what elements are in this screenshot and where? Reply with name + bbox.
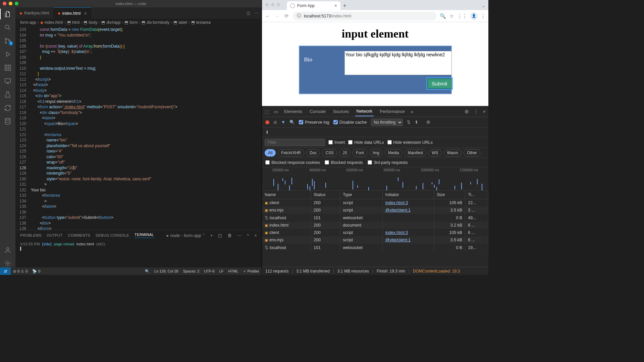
remote-icon[interactable] [4, 77, 12, 85]
maximize-icon[interactable]: ^ [247, 233, 249, 238]
menu-icon[interactable]: ⋮ [481, 13, 486, 19]
blocked-requests-checkbox[interactable]: Blocked requests [325, 160, 363, 165]
hide-data-urls-checkbox[interactable]: Hide data URLs [348, 140, 384, 145]
gear-icon[interactable]: ⚙ [465, 109, 469, 114]
device-icon[interactable]: ▭ [274, 109, 278, 114]
panel-tab-debug[interactable]: DEBUG CONSOLE [96, 233, 129, 237]
type-chip-media[interactable]: Media [385, 149, 402, 157]
export-icon[interactable]: ⬇ [265, 130, 269, 135]
more-icon[interactable]: ⋯ [237, 233, 241, 238]
chevron-down-icon[interactable]: ⌄ [482, 3, 485, 8]
bookmark-icon[interactable]: ☆ [449, 13, 454, 19]
search-icon[interactable]: 🔍 [289, 120, 295, 125]
type-chip-fetchxhr[interactable]: Fetch/XHR [278, 149, 304, 157]
browser-tab[interactable]: Form App × [287, 1, 340, 10]
more-tabs-icon[interactable]: » [411, 109, 414, 114]
record-button[interactable] [265, 120, 269, 124]
refresh-icon[interactable] [4, 104, 12, 112]
type-chip-font[interactable]: Font [353, 149, 367, 157]
database-icon[interactable] [4, 117, 12, 125]
type-chip-other[interactable]: Other [464, 149, 480, 157]
settings-icon[interactable] [4, 259, 12, 267]
table-row[interactable]: ▣index.html200document3.2 kB6 ... [262, 222, 488, 229]
filter-icon[interactable]: ▼ [281, 120, 285, 125]
network-timeline[interactable]: 200000 ms400000 ms600000 ms800000 ms1000… [262, 167, 488, 191]
search-icon[interactable] [4, 23, 12, 32]
zoom-icon[interactable]: 🔍 [440, 13, 446, 19]
profile-icon[interactable]: 👤 [471, 13, 477, 19]
tab-index[interactable]: ◆index.html× [54, 7, 91, 19]
upload-icon[interactable]: ⇅ [407, 120, 411, 125]
account-icon[interactable] [4, 246, 12, 254]
table-row[interactable]: ⇅localhost101websocket0 B19... [262, 244, 488, 251]
disable-cache-checkbox[interactable]: Disable cache [333, 120, 367, 125]
type-chip-css[interactable]: CSS [322, 149, 337, 157]
explorer-icon[interactable] [4, 10, 12, 18]
throttling-select[interactable]: No throttling [371, 119, 403, 126]
clear-button[interactable]: ⊘ [273, 120, 277, 125]
status-spaces[interactable]: Spaces: 2 [181, 269, 202, 273]
status-lang[interactable]: HTML [226, 269, 241, 273]
code-editor[interactable]: 1031041051061071081091101111121131141151… [15, 26, 262, 230]
panel-tab-problems[interactable]: PROBLEMS [20, 233, 42, 237]
third-party-checkbox[interactable]: 3rd-party requests [368, 160, 408, 165]
network-table[interactable]: NameStatusTypeInitiatorSizeTi... ▣client… [262, 191, 488, 267]
type-chip-wasm[interactable]: Wasm [444, 149, 462, 157]
type-chip-doc[interactable]: Doc [306, 149, 320, 157]
trash-icon[interactable]: 🗑 [227, 233, 232, 238]
tab-performance[interactable]: Performance [378, 107, 406, 116]
close-panel-icon[interactable]: × [254, 233, 257, 238]
more-icon[interactable]: ⋯ [254, 11, 258, 15]
forward-button[interactable]: → [274, 13, 280, 19]
status-encoding[interactable]: UTF-8 [202, 269, 217, 273]
invert-checkbox[interactable]: Invert [328, 140, 345, 145]
new-tab-button[interactable]: + [343, 3, 346, 9]
reload-button[interactable]: ⟳ [283, 13, 289, 19]
type-chip-js[interactable]: JS [339, 149, 351, 157]
remote-indicator[interactable]: ⇄ [0, 267, 11, 275]
bio-textarea[interactable] [344, 51, 452, 75]
type-chip-all[interactable]: All [265, 149, 276, 157]
address-bar[interactable]: ⓘ localhost:5173/index.html [293, 12, 436, 20]
tab-console[interactable]: Console [308, 107, 327, 116]
type-chip-manifest[interactable]: Manifest [405, 149, 426, 157]
panel-tab-output[interactable]: OUTPUT [47, 233, 63, 237]
breadcrumb[interactable]: form-app› ◆ index.html› ⬒ html› ⬒ body› … [15, 19, 262, 26]
table-row[interactable]: ▣env.mjs200script@vite/client:13.5 kB3 .… [262, 206, 488, 214]
settings-icon[interactable]: ⚙ [426, 120, 430, 125]
status-cursor[interactable]: Ln 128, Col 28 [152, 269, 181, 273]
hide-ext-urls-checkbox[interactable]: Hide extension URLs [387, 140, 433, 145]
tab-sources[interactable]: Sources [332, 107, 351, 116]
terminal-output[interactable]: 3:52:55 PM [vite] page reload index.html… [15, 240, 262, 267]
source-control-icon[interactable]: 3 [4, 37, 12, 45]
debug-icon[interactable] [4, 50, 12, 58]
table-row[interactable]: ▣env.mjs200script@vite/client:13.5 kB6 .… [262, 236, 488, 244]
close-tab-icon[interactable]: × [334, 3, 337, 8]
status-eol[interactable]: LF [217, 269, 226, 273]
table-row[interactable]: ⇅localhost101websocket0 B49... [262, 214, 488, 222]
close-devtools-icon[interactable]: × [483, 109, 486, 114]
panel-tab-terminal[interactable]: TERMINAL [135, 233, 154, 238]
type-chip-img[interactable]: Img [369, 149, 383, 157]
table-row[interactable]: ▣client200scriptindex.html:3105 kB6 ... [262, 229, 488, 236]
tab-elements[interactable]: Elements [283, 107, 304, 116]
window-controls[interactable] [3, 2, 18, 5]
back-button[interactable]: ← [265, 13, 271, 19]
new-terminal-icon[interactable]: + [210, 233, 213, 238]
filter-input[interactable] [265, 139, 325, 146]
blocked-cookies-checkbox[interactable]: Blocked response cookies [265, 160, 320, 165]
status-prettier[interactable]: ✓ Prettier [241, 269, 262, 274]
extensions-icon[interactable] [4, 64, 12, 72]
split-editor-icon[interactable]: ◫ [247, 11, 250, 15]
split-terminal-icon[interactable]: ◫ [218, 233, 222, 238]
status-errors[interactable]: ⊘ 0 ⚠ 0 [11, 269, 30, 274]
more-icon[interactable]: ⋮ [474, 109, 478, 114]
submit-button[interactable]: Submit [427, 78, 452, 89]
inspect-icon[interactable]: ⬚ [265, 109, 269, 114]
testing-icon[interactable] [4, 90, 12, 99]
extensions-icon[interactable]: ⋮⋮ [457, 13, 467, 19]
close-icon[interactable]: × [84, 11, 87, 16]
tab-thankyou[interactable]: ◆thankyou.html [15, 7, 54, 19]
panel-tab-comments[interactable]: COMMENTS [68, 233, 91, 237]
window-controls[interactable] [265, 3, 280, 6]
